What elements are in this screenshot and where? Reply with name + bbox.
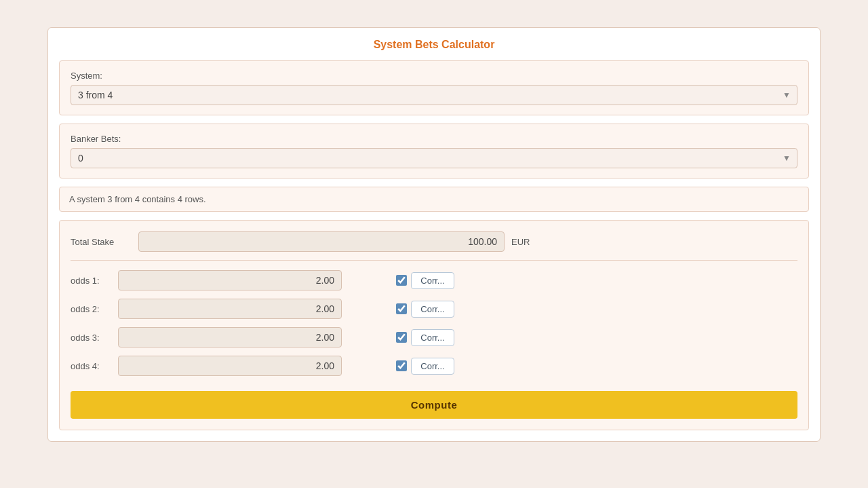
page-title: System Bets Calculator xyxy=(59,39,809,51)
banker-label: Banker Bets: xyxy=(71,134,797,144)
info-message: A system 3 from 4 contains 4 rows. xyxy=(59,187,809,212)
banker-select[interactable]: 0 1 2 3 xyxy=(71,148,797,168)
odds-row-3: odds 3: Corr... xyxy=(71,327,797,348)
currency-label: EUR xyxy=(511,237,530,247)
odds-row-1: odds 1: Corr... xyxy=(71,270,797,290)
compute-button[interactable]: Compute xyxy=(71,391,797,419)
banker-select-wrapper: 0 1 2 3 ▼ xyxy=(71,148,797,168)
odds-label-2: odds 2: xyxy=(71,304,111,314)
corr-button-2[interactable]: Corr... xyxy=(411,301,454,318)
corr-checkbox-1[interactable] xyxy=(396,275,407,286)
system-select[interactable]: 2 from 3 2 from 4 2 from 5 3 from 4 3 fr… xyxy=(71,85,797,105)
odds-row-2: odds 2: Corr... xyxy=(71,299,797,319)
odds-input-1[interactable] xyxy=(118,270,342,290)
odds-label-1: odds 1: xyxy=(71,276,111,286)
corr-button-3[interactable]: Corr... xyxy=(411,329,454,346)
corr-button-1[interactable]: Corr... xyxy=(411,272,454,289)
banker-section: Banker Bets: 0 1 2 3 ▼ xyxy=(59,124,809,179)
corr-checkbox-3[interactable] xyxy=(396,332,407,343)
corr-wrapper-2: Corr... xyxy=(396,301,454,318)
odds-input-2[interactable] xyxy=(118,299,342,319)
main-container: System Bets Calculator System: 2 from 3 … xyxy=(47,27,821,442)
corr-wrapper-1: Corr... xyxy=(396,272,454,289)
total-stake-label: Total Stake xyxy=(71,237,132,247)
odds-input-4[interactable] xyxy=(118,356,342,376)
odds-label-3: odds 3: xyxy=(71,333,111,343)
odds-label-4: odds 4: xyxy=(71,361,111,371)
system-select-wrapper: 2 from 3 2 from 4 2 from 5 3 from 4 3 fr… xyxy=(71,85,797,105)
corr-wrapper-3: Corr... xyxy=(396,329,454,346)
corr-checkbox-2[interactable] xyxy=(396,303,407,314)
system-label: System: xyxy=(71,71,797,81)
odds-row-4: odds 4: Corr... xyxy=(71,356,797,376)
total-stake-input[interactable] xyxy=(138,231,505,252)
corr-button-4[interactable]: Corr... xyxy=(411,358,454,375)
odds-input-3[interactable] xyxy=(118,327,342,348)
system-section: System: 2 from 3 2 from 4 2 from 5 3 fro… xyxy=(59,60,809,115)
corr-checkbox-4[interactable] xyxy=(396,360,407,371)
corr-wrapper-4: Corr... xyxy=(396,358,454,375)
total-stake-row: Total Stake EUR xyxy=(71,231,797,261)
main-calc-card: Total Stake EUR odds 1: Corr... odds 2: … xyxy=(59,220,809,430)
